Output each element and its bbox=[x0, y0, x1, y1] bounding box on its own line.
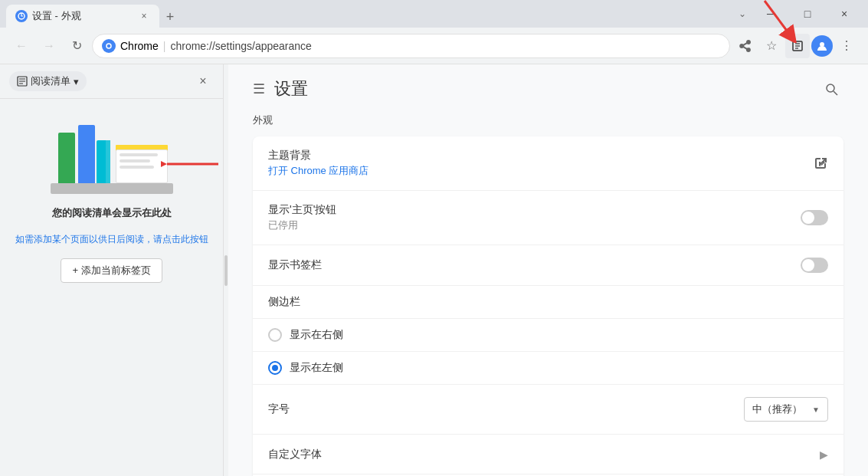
address-brand: Chrome bbox=[120, 40, 159, 52]
home-button-subtitle: 已停用 bbox=[268, 218, 801, 232]
reading-list-button[interactable] bbox=[785, 34, 810, 58]
titlebar: 设置 - 外观 × + ⌄ ─ □ × bbox=[0, 0, 868, 28]
profile-button[interactable] bbox=[811, 35, 833, 57]
reading-list-body: 您的阅读清单会显示在此处 如需添加某个页面以供日后阅读，请点击此按钮 + 添加当… bbox=[0, 99, 223, 301]
custom-font-row[interactable]: 自定义字体 ▶ bbox=[253, 435, 843, 474]
bookmarks-bar-row: 显示书签栏 bbox=[253, 245, 843, 286]
reading-list-close-button[interactable]: × bbox=[192, 71, 214, 92]
theme-subtitle[interactable]: 打开 Chrome 应用商店 bbox=[268, 164, 813, 178]
refresh-button[interactable]: ↻ bbox=[64, 34, 89, 58]
book-pages bbox=[116, 149, 168, 183]
sidebar-section-label: 侧边栏 bbox=[253, 286, 843, 319]
settings-search-button[interactable] bbox=[819, 77, 843, 101]
reading-list-header: 阅读清单 ▾ × bbox=[0, 64, 223, 99]
font-size-dropdown[interactable]: 中（推荐） ▼ bbox=[744, 397, 828, 422]
book-shelf bbox=[51, 183, 173, 194]
omnibar-actions: ☆ ⋮ bbox=[733, 34, 859, 58]
maximize-button[interactable]: □ bbox=[790, 0, 825, 28]
sidebar-right-row[interactable]: 显示在右侧 bbox=[253, 319, 843, 352]
tab-favicon bbox=[15, 10, 28, 22]
sidebar-left-row[interactable]: 显示在左侧 bbox=[253, 352, 843, 385]
reading-list-dropdown-icon: ▾ bbox=[74, 76, 79, 87]
book-page-lines bbox=[116, 150, 167, 172]
sidebar-right-label: 显示在右侧 bbox=[290, 328, 343, 342]
theme-title: 主题背景 bbox=[268, 149, 813, 162]
site-icon bbox=[102, 39, 116, 53]
bookmarks-bar-info: 显示书签栏 bbox=[268, 258, 801, 272]
address-bar[interactable]: Chrome | chrome://settings/appearance bbox=[92, 34, 730, 58]
settings-header: ☰ 设置 bbox=[228, 64, 868, 113]
reading-list-panel: 阅读清单 ▾ × bbox=[0, 64, 224, 476]
tab-bar: 设置 - 外观 × + bbox=[6, 0, 732, 28]
menu-button[interactable]: ⋮ bbox=[834, 34, 859, 58]
tab-title: 设置 - 外观 bbox=[32, 9, 81, 23]
reading-list-title-button[interactable]: 阅读清单 ▾ bbox=[9, 71, 87, 91]
home-button-title: 显示'主页'按钮 bbox=[268, 203, 801, 217]
page-line-2 bbox=[120, 159, 150, 162]
sidebar-left-label: 显示在左侧 bbox=[290, 361, 343, 375]
reading-list-title: 阅读清单 bbox=[31, 74, 70, 88]
tab-close-button[interactable]: × bbox=[138, 10, 150, 22]
back-button[interactable]: ← bbox=[9, 34, 34, 58]
page-line-1 bbox=[120, 153, 158, 156]
sidebar-left-radio[interactable] bbox=[268, 361, 282, 375]
theme-row: 主题背景 打开 Chrome 应用商店 bbox=[253, 136, 843, 191]
radio-inner bbox=[272, 365, 278, 371]
font-size-title: 字号 bbox=[268, 402, 744, 416]
reading-empty-desc: 如需添加某个页面以供日后阅读，请点击此按钮 bbox=[15, 232, 208, 246]
tab-overflow-button[interactable]: ⌄ bbox=[732, 3, 753, 25]
settings-page-title: 设置 bbox=[274, 77, 308, 100]
font-size-value: 中（推荐） bbox=[752, 402, 802, 416]
appearance-section: 外观 主题背景 打开 Chrome 应用商店 显示'主页'按钮 bbox=[228, 113, 868, 476]
font-size-row: 字号 中（推荐） ▼ bbox=[253, 385, 843, 435]
settings-content: ☰ 设置 外观 主题背景 打开 Chrome 应用商店 bbox=[228, 64, 868, 476]
window-controls: ─ □ × bbox=[753, 0, 862, 28]
svg-point-13 bbox=[827, 84, 834, 92]
address-text: chrome://settings/appearance bbox=[170, 40, 311, 52]
svg-point-1 bbox=[106, 44, 111, 48]
bookmarks-bar-toggle[interactable] bbox=[801, 258, 828, 273]
custom-font-title: 自定义字体 bbox=[268, 448, 820, 461]
svg-line-14 bbox=[834, 91, 837, 95]
home-button-info: 显示'主页'按钮 已停用 bbox=[268, 203, 801, 232]
reading-list-icon bbox=[17, 76, 28, 87]
home-button-toggle[interactable] bbox=[801, 210, 828, 225]
theme-external-link[interactable] bbox=[813, 156, 828, 171]
custom-font-arrow: ▶ bbox=[820, 448, 828, 461]
theme-info: 主题背景 打开 Chrome 应用商店 bbox=[268, 149, 813, 178]
font-size-info: 字号 bbox=[268, 402, 744, 416]
add-current-tab-button[interactable]: + 添加当前标签页 bbox=[61, 258, 162, 283]
books-illustration bbox=[51, 117, 173, 194]
address-separator: | bbox=[163, 40, 166, 52]
font-size-dropdown-arrow: ▼ bbox=[812, 405, 820, 414]
close-button[interactable]: × bbox=[827, 0, 862, 28]
active-tab[interactable]: 设置 - 外观 × bbox=[6, 5, 159, 28]
bookmark-button[interactable]: ☆ bbox=[759, 34, 784, 58]
new-tab-button[interactable]: + bbox=[159, 6, 181, 28]
reading-empty-title: 您的阅读清单会显示在此处 bbox=[52, 206, 172, 220]
main-layout: 阅读清单 ▾ × bbox=[0, 64, 868, 476]
bookmarks-bar-title: 显示书签栏 bbox=[268, 258, 801, 272]
hamburger-icon[interactable]: ☰ bbox=[253, 80, 265, 97]
share-button[interactable] bbox=[733, 34, 758, 58]
section-label: 外观 bbox=[253, 113, 843, 127]
settings-card: 主题背景 打开 Chrome 应用商店 显示'主页'按钮 已停用 bbox=[253, 136, 843, 476]
custom-font-info: 自定义字体 bbox=[268, 448, 820, 461]
minimize-button[interactable]: ─ bbox=[753, 0, 788, 28]
bookmarks-toggle-knob bbox=[802, 259, 814, 271]
divider-handle bbox=[224, 255, 228, 286]
page-line-3 bbox=[120, 166, 154, 169]
home-button-row: 显示'主页'按钮 已停用 bbox=[253, 191, 843, 245]
forward-button[interactable]: → bbox=[37, 34, 61, 58]
sidebar-right-radio[interactable] bbox=[268, 328, 282, 342]
toggle-knob bbox=[802, 212, 814, 224]
omnibar: ← → ↻ Chrome | chrome://settings/appeara… bbox=[0, 28, 868, 64]
